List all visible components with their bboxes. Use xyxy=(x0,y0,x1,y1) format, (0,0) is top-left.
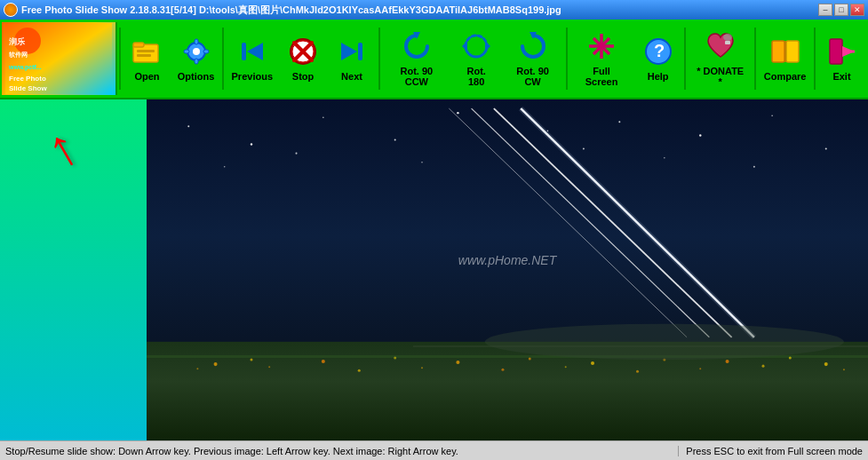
red-arrow: ↑ xyxy=(36,115,89,181)
svg-point-78 xyxy=(296,153,298,155)
toolbar: 润乐 软件网 www.pctf... Free Photo Slide Show… xyxy=(0,20,868,99)
help-label: Help xyxy=(648,71,669,82)
help-button[interactable]: ? Help xyxy=(633,23,682,94)
rot180-button[interactable]: Rot. 180 xyxy=(451,23,501,94)
next-label: Next xyxy=(341,71,362,82)
next-icon xyxy=(336,36,368,67)
exit-icon xyxy=(826,36,858,67)
svg-marker-26 xyxy=(485,41,490,52)
svg-rect-16 xyxy=(203,50,209,53)
svg-rect-9 xyxy=(137,50,155,52)
status-left: Stop/Resume slide show: Down Arrow key. … xyxy=(5,446,678,456)
svg-point-57 xyxy=(196,368,198,369)
compare-label: Compare xyxy=(764,71,807,82)
open-icon xyxy=(131,36,163,67)
svg-point-64 xyxy=(699,368,701,369)
svg-point-68 xyxy=(251,143,252,145)
exit-label: Exit xyxy=(832,71,850,82)
fullscreen-button[interactable]: Full Screen xyxy=(569,23,633,94)
status-right: Press ESC to exit from Full screen mode xyxy=(678,446,863,456)
status-bar: Stop/Resume slide show: Down Arrow key. … xyxy=(0,440,868,460)
svg-text:润乐: 润乐 xyxy=(9,36,25,46)
svg-rect-24 xyxy=(358,43,362,60)
svg-point-12 xyxy=(193,48,200,55)
svg-point-60 xyxy=(421,367,423,369)
svg-point-70 xyxy=(394,139,396,140)
close-button[interactable]: ✕ xyxy=(850,4,864,16)
svg-rect-37 xyxy=(772,41,784,62)
svg-point-56 xyxy=(824,362,828,366)
title-bar: Free Photo Slide Show 2.18.8.31[5/14] D:… xyxy=(0,0,868,20)
title-bar-controls: – □ ✕ xyxy=(818,4,864,16)
options-label: Options xyxy=(178,71,215,82)
svg-rect-18 xyxy=(242,43,246,60)
svg-rect-10 xyxy=(137,54,151,57)
open-button[interactable]: Open xyxy=(123,23,171,94)
svg-point-81 xyxy=(664,157,665,159)
restore-button[interactable]: □ xyxy=(834,4,848,16)
green-sidebar: ↑ xyxy=(0,99,147,440)
svg-rect-8 xyxy=(133,43,144,47)
rot-cw-label: Rot. 90 CW xyxy=(507,66,558,87)
svg-point-65 xyxy=(761,365,764,368)
svg-text:Slide Show: Slide Show xyxy=(9,84,47,92)
svg-point-66 xyxy=(843,369,845,370)
svg-point-62 xyxy=(565,366,567,368)
svg-point-50 xyxy=(456,361,459,364)
fullscreen-label: Full Screen xyxy=(576,66,627,87)
toolbar-sep-5 xyxy=(684,28,686,90)
svg-rect-36 xyxy=(725,41,730,44)
svg-point-82 xyxy=(753,166,755,168)
rot-ccw-icon xyxy=(401,30,433,62)
svg-point-58 xyxy=(268,366,270,368)
svg-rect-13 xyxy=(195,39,198,44)
rot180-label: Rot. 180 xyxy=(458,66,495,87)
title-text: Free Photo Slide Show 2.18.8.31[5/14] D:… xyxy=(21,4,561,17)
svg-point-89 xyxy=(485,324,844,360)
rot-ccw-button[interactable]: Rot. 90 CCW xyxy=(382,23,452,94)
svg-point-77 xyxy=(224,166,226,168)
svg-point-73 xyxy=(618,121,620,123)
main-area: ↑ xyxy=(0,99,868,440)
watermark: www.pHome.NET xyxy=(458,253,556,267)
toolbar-sep-3 xyxy=(378,28,380,90)
svg-point-71 xyxy=(457,112,458,114)
svg-text:Free Photo: Free Photo xyxy=(9,75,46,83)
app-icon xyxy=(4,3,18,17)
stop-button[interactable]: Stop xyxy=(279,23,328,94)
svg-point-47 xyxy=(250,359,252,361)
donate-button[interactable]: * DONATE * xyxy=(688,23,753,94)
svg-text:www.pctf...: www.pctf... xyxy=(8,64,42,71)
rot180-icon xyxy=(460,30,492,62)
previous-label: Previous xyxy=(232,71,273,82)
exit-button[interactable]: Exit xyxy=(817,23,866,94)
compare-button[interactable]: Compare xyxy=(758,23,812,94)
rot-ccw-label: Rot. 90 CCW xyxy=(388,66,446,87)
svg-point-51 xyxy=(529,358,531,361)
next-button[interactable]: Next xyxy=(328,23,377,94)
stop-icon xyxy=(287,36,319,67)
svg-point-46 xyxy=(214,362,218,366)
compare-icon xyxy=(769,36,801,67)
rot-cw-button[interactable]: Rot. 90 CW xyxy=(501,23,564,94)
rot-cw-icon xyxy=(517,30,549,62)
help-icon: ? xyxy=(642,36,674,67)
svg-text:?: ? xyxy=(654,41,665,60)
toolbar-sep-2 xyxy=(222,28,224,90)
svg-point-76 xyxy=(825,148,827,150)
toolbar-sep-1 xyxy=(119,28,121,90)
fullscreen-icon xyxy=(585,30,617,62)
svg-point-63 xyxy=(636,370,639,373)
svg-point-79 xyxy=(421,162,423,163)
svg-rect-14 xyxy=(195,59,198,64)
svg-marker-17 xyxy=(247,43,263,60)
svg-point-69 xyxy=(323,116,324,118)
svg-point-75 xyxy=(771,115,773,116)
svg-rect-40 xyxy=(830,39,842,64)
previous-button[interactable]: Previous xyxy=(226,23,279,94)
options-button[interactable]: Options xyxy=(171,23,220,94)
image-display: www.pHome.NET xyxy=(147,99,868,440)
svg-point-67 xyxy=(187,125,189,127)
svg-point-35 xyxy=(723,34,732,41)
minimize-button[interactable]: – xyxy=(818,4,832,16)
